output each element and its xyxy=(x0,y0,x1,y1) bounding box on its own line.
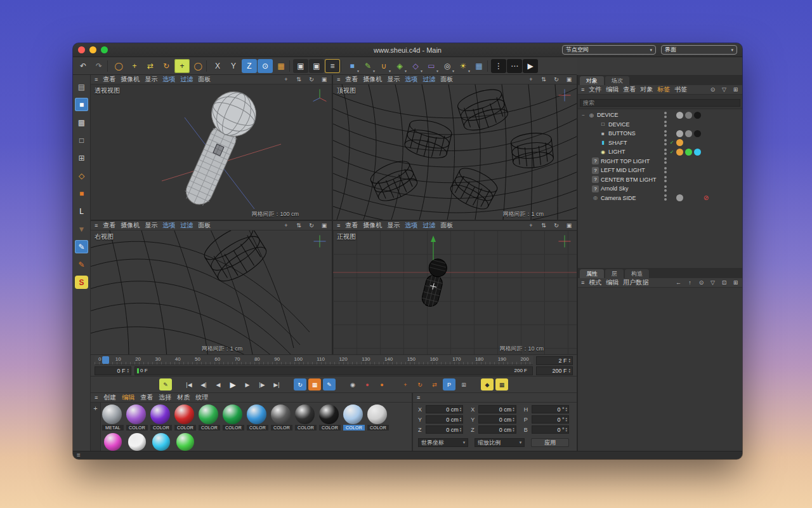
play-button[interactable]: ▶ xyxy=(226,378,239,391)
object-row-light[interactable]: ◉ LIGHT ✓ xyxy=(578,147,742,157)
tag-chip[interactable] xyxy=(676,167,683,174)
filter-icon[interactable]: ▽ xyxy=(709,279,716,286)
tag-chip[interactable] xyxy=(694,157,701,164)
menu-display[interactable]: 显示 xyxy=(145,75,157,84)
playhead[interactable] xyxy=(102,356,109,364)
next-key-icon[interactable]: |▶ xyxy=(256,378,268,391)
paint-brush-icon[interactable]: ✎ xyxy=(75,240,88,253)
material-color-4[interactable]: COLOR xyxy=(199,404,220,431)
prev-frame-icon[interactable]: ◀ xyxy=(212,378,225,391)
autokey-icon[interactable]: ✎ xyxy=(323,378,336,391)
move-tool-icon[interactable]: + xyxy=(127,59,142,73)
axis-mode-icon[interactable]: L xyxy=(75,204,88,218)
toggle-view-icon[interactable]: ▣ xyxy=(320,222,328,229)
tag-chip[interactable] xyxy=(685,157,692,164)
menu-panel[interactable]: 面板 xyxy=(440,221,453,230)
prev-key-icon[interactable]: ◀| xyxy=(197,378,210,391)
material-color-6[interactable]: COLOR xyxy=(247,404,268,431)
spinner-icon[interactable] xyxy=(460,417,462,422)
record-button[interactable]: ◉ xyxy=(346,378,359,391)
viewport-canvas-right[interactable]: 右视图 xyxy=(91,231,332,354)
spinner-icon[interactable] xyxy=(565,407,567,411)
lock-icon[interactable]: ⊡ xyxy=(721,279,728,286)
menu-camera[interactable]: 摄像机 xyxy=(121,75,140,84)
object-row-camera-side[interactable]: ◎ Camera SIDE ⊘ xyxy=(578,194,742,203)
add-light-icon[interactable]: ☀ xyxy=(455,59,471,73)
menu-texture[interactable]: 纹理 xyxy=(195,393,208,402)
menu-panel[interactable]: 面板 xyxy=(198,75,211,84)
add-generator-icon[interactable]: ◈ xyxy=(392,59,407,73)
rotate-view-icon[interactable]: ↻ xyxy=(553,222,560,229)
rotate-tool-icon[interactable]: ↻ xyxy=(159,59,174,73)
record-position-icon[interactable]: ● xyxy=(361,378,374,391)
options-icon[interactable]: ⊞ xyxy=(732,86,739,93)
add-modifier-icon[interactable]: ◇ xyxy=(408,59,423,73)
undo-icon[interactable]: ↶ xyxy=(75,59,91,73)
separator[interactable] xyxy=(289,60,292,72)
separator[interactable] xyxy=(206,60,209,72)
viewport-menu-icon[interactable] xyxy=(95,77,98,83)
goto-start-icon[interactable]: |◀ xyxy=(183,378,195,391)
tag-chip[interactable] xyxy=(694,167,701,174)
model-mode-icon[interactable]: □ xyxy=(75,133,88,147)
menu-options[interactable]: 选项 xyxy=(162,75,175,84)
layout-icon[interactable]: ▤ xyxy=(75,80,88,93)
tag-chip[interactable] xyxy=(685,121,692,128)
menu-view[interactable]: 查看 xyxy=(140,393,153,402)
menu-filter[interactable]: 过滤 xyxy=(422,75,435,84)
menu-objects[interactable]: 对象 xyxy=(640,85,653,94)
tab-attributes[interactable]: 属性 xyxy=(580,269,604,278)
position-y-field[interactable]: 0 cm xyxy=(426,415,463,424)
tag-chip[interactable] xyxy=(676,139,683,146)
separator[interactable] xyxy=(107,60,110,72)
spinner-icon[interactable] xyxy=(127,368,129,373)
menu-bookmarks[interactable]: 书签 xyxy=(674,85,687,94)
spinner-icon[interactable] xyxy=(460,427,462,432)
toggle-view-icon[interactable]: ▣ xyxy=(565,76,573,83)
tag-chip[interactable] xyxy=(676,176,683,183)
add-camera-icon[interactable]: ◎ xyxy=(440,59,455,73)
close-button[interactable] xyxy=(78,46,85,53)
scale-mode-dropdown[interactable]: 缩放比例 xyxy=(475,438,525,447)
tag-chip[interactable] xyxy=(676,185,683,192)
sketch-toon-icon[interactable]: S xyxy=(75,276,88,289)
object-row-right-top-light[interactable]: ? RIGHT TOP LIGHT xyxy=(578,157,742,166)
menu-edit[interactable]: 编辑 xyxy=(606,85,619,94)
menu-display[interactable]: 显示 xyxy=(387,221,400,230)
tab-structure[interactable]: 构造 xyxy=(625,269,649,278)
enabled-check-icon[interactable]: ✓ xyxy=(669,140,674,145)
dolly-view-icon[interactable]: ⇅ xyxy=(295,222,303,229)
goto-end-icon[interactable]: ▶| xyxy=(270,378,283,391)
object-row-buttons[interactable]: ■ BUTTONS xyxy=(578,129,742,138)
menu-display[interactable]: 显示 xyxy=(387,75,400,84)
up-icon[interactable]: ↑ xyxy=(686,279,693,286)
tag-chip[interactable] xyxy=(694,194,701,201)
range-end-field[interactable]: 200 F xyxy=(536,366,573,375)
viewport-canvas-top[interactable]: 顶视图 xyxy=(333,84,577,220)
menu-file[interactable]: 文件 xyxy=(589,85,601,94)
add-material-icon[interactable] xyxy=(93,404,97,451)
tag-chip[interactable] xyxy=(694,121,701,128)
sound-icon[interactable]: ▦ xyxy=(308,378,321,391)
visibility-dots-icon[interactable] xyxy=(664,185,667,192)
material-color-3[interactable]: COLOR xyxy=(174,404,196,431)
record-scale-icon[interactable]: ● xyxy=(376,378,388,391)
make-editable-icon[interactable]: ■ xyxy=(75,98,88,111)
tag-chip[interactable] xyxy=(676,121,683,128)
object-row-device[interactable]: □ DEVICE xyxy=(578,120,742,130)
visibility-dots-icon[interactable] xyxy=(664,167,667,174)
playback-mode-icon[interactable]: ↻ xyxy=(294,378,306,391)
material-color-12[interactable] xyxy=(102,433,124,451)
tag-chip[interactable] xyxy=(694,130,701,137)
tag-chip[interactable] xyxy=(676,112,683,119)
add-cube-icon[interactable]: ■ xyxy=(344,59,360,73)
filter-icon[interactable]: ▽ xyxy=(721,86,728,93)
edge-mode-icon[interactable]: ◇ xyxy=(75,169,88,182)
uv-mode-icon[interactable]: ▼ xyxy=(75,222,88,236)
viewport-canvas-perspective[interactable]: 透视视图 xyxy=(91,84,332,220)
menu-mode[interactable]: 模式 xyxy=(589,278,601,287)
menu-tags[interactable]: 标签 xyxy=(657,85,670,94)
visibility-dots-icon[interactable] xyxy=(664,112,667,119)
visibility-dots-icon[interactable] xyxy=(664,176,667,183)
search-icon[interactable]: ⊙ xyxy=(698,279,705,286)
